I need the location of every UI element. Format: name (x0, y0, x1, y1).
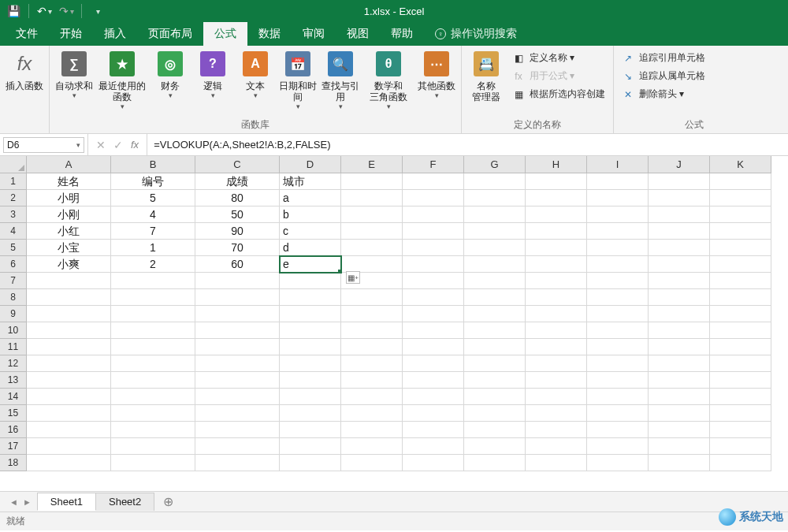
cell-B8[interactable] (111, 289, 195, 306)
row-header-18[interactable]: 18 (0, 455, 27, 471)
cell-B2[interactable]: 5 (111, 190, 195, 206)
cell-G18[interactable] (464, 455, 526, 471)
cell-I1[interactable] (587, 173, 649, 190)
row-header-6[interactable]: 6 (0, 256, 27, 273)
tab-1[interactable]: 开始 (49, 22, 93, 46)
cell-H12[interactable] (526, 355, 587, 372)
cell-K18[interactable] (710, 455, 771, 471)
cell-H1[interactable] (526, 173, 587, 190)
fnlib-0[interactable]: ∑自动求和▾ (54, 49, 94, 99)
cell-B12[interactable] (111, 355, 195, 372)
cell-K5[interactable] (710, 240, 771, 256)
sheet-nav[interactable]: ◄► (3, 497, 38, 507)
cell-F9[interactable] (403, 306, 464, 322)
cell-E16[interactable] (341, 422, 403, 438)
cancel-formula-icon[interactable]: ✕ (96, 139, 106, 151)
cell-G11[interactable] (464, 339, 526, 355)
cell-D5[interactable]: d (280, 240, 341, 256)
cell-B13[interactable] (111, 372, 195, 389)
cell-B3[interactable]: 4 (111, 206, 195, 223)
cell-E14[interactable] (341, 389, 403, 405)
cell-J6[interactable] (649, 256, 710, 273)
cell-A12[interactable] (27, 355, 111, 372)
cell-C3[interactable]: 50 (195, 206, 280, 223)
cell-H16[interactable] (526, 422, 587, 438)
audit-0[interactable]: ↗追踪引用单元格 (622, 50, 705, 65)
cell-E2[interactable] (341, 190, 403, 206)
cell-J3[interactable] (649, 206, 710, 223)
cell-G12[interactable] (464, 355, 526, 372)
cell-D2[interactable]: a (280, 190, 341, 206)
cell-B17[interactable] (111, 438, 195, 455)
row-header-5[interactable]: 5 (0, 240, 27, 256)
cell-K1[interactable] (710, 173, 771, 190)
row-header-8[interactable]: 8 (0, 289, 27, 306)
cell-K11[interactable] (710, 339, 771, 355)
cell-J10[interactable] (649, 322, 710, 339)
cell-H9[interactable] (526, 306, 587, 322)
cell-E10[interactable] (341, 322, 403, 339)
cell-C8[interactable] (195, 289, 280, 306)
cell-C1[interactable]: 成绩 (195, 173, 280, 190)
cell-K9[interactable] (710, 306, 771, 322)
cell-E15[interactable] (341, 405, 403, 422)
cell-C14[interactable] (195, 389, 280, 405)
col-header-D[interactable]: D (280, 156, 341, 173)
cell-B11[interactable] (111, 339, 195, 355)
cell-F16[interactable] (403, 422, 464, 438)
row-header-3[interactable]: 3 (0, 206, 27, 223)
defname-1[interactable]: fx用于公式 ▾ (512, 69, 605, 84)
col-header-K[interactable]: K (710, 156, 771, 173)
fnlib-2[interactable]: ◎财务▾ (151, 49, 190, 99)
fx-icon[interactable]: fx (131, 139, 139, 151)
cell-A14[interactable] (27, 389, 111, 405)
cell-A13[interactable] (27, 372, 111, 389)
cell-J5[interactable] (649, 240, 710, 256)
row-header-12[interactable]: 12 (0, 355, 27, 372)
cell-K16[interactable] (710, 422, 771, 438)
cell-C15[interactable] (195, 405, 280, 422)
cell-E12[interactable] (341, 355, 403, 372)
name-box[interactable]: D6▾ (3, 137, 84, 153)
cell-H15[interactable] (526, 405, 587, 422)
cell-B14[interactable] (111, 389, 195, 405)
cell-I18[interactable] (587, 455, 649, 471)
cell-J16[interactable] (649, 422, 710, 438)
tab-6[interactable]: 审阅 (292, 22, 336, 46)
cell-D17[interactable] (280, 438, 341, 455)
cell-K12[interactable] (710, 355, 771, 372)
tab-2[interactable]: 插入 (93, 22, 137, 46)
cell-E11[interactable] (341, 339, 403, 355)
cell-K7[interactable] (710, 273, 771, 289)
redo-icon[interactable]: ↷▾ (58, 2, 75, 20)
cell-I14[interactable] (587, 389, 649, 405)
cell-E5[interactable] (341, 240, 403, 256)
cell-H6[interactable] (526, 256, 587, 273)
save-icon[interactable]: 💾 (5, 2, 22, 20)
cell-J9[interactable] (649, 306, 710, 322)
cell-F11[interactable] (403, 339, 464, 355)
col-header-J[interactable]: J (649, 156, 710, 173)
cell-G15[interactable] (464, 405, 526, 422)
cell-C12[interactable] (195, 355, 280, 372)
col-header-H[interactable]: H (526, 156, 587, 173)
row-header-2[interactable]: 2 (0, 190, 27, 206)
cell-F4[interactable] (403, 223, 464, 240)
cell-G17[interactable] (464, 438, 526, 455)
cell-I3[interactable] (587, 206, 649, 223)
cell-K6[interactable] (710, 256, 771, 273)
cell-C6[interactable]: 60 (195, 256, 280, 273)
cell-I16[interactable] (587, 422, 649, 438)
cell-F10[interactable] (403, 322, 464, 339)
select-all-corner[interactable] (0, 156, 27, 173)
cell-H7[interactable] (526, 273, 587, 289)
cell-D14[interactable] (280, 389, 341, 405)
cell-H17[interactable] (526, 438, 587, 455)
cell-C18[interactable] (195, 455, 280, 471)
cell-I7[interactable] (587, 273, 649, 289)
cell-I9[interactable] (587, 306, 649, 322)
cell-C2[interactable]: 80 (195, 190, 280, 206)
formula-input[interactable]: =VLOOKUP(A:A,Sheet2!A:B,2,FALSE) (147, 134, 788, 155)
cell-B4[interactable]: 7 (111, 223, 195, 240)
cell-A18[interactable] (27, 455, 111, 471)
